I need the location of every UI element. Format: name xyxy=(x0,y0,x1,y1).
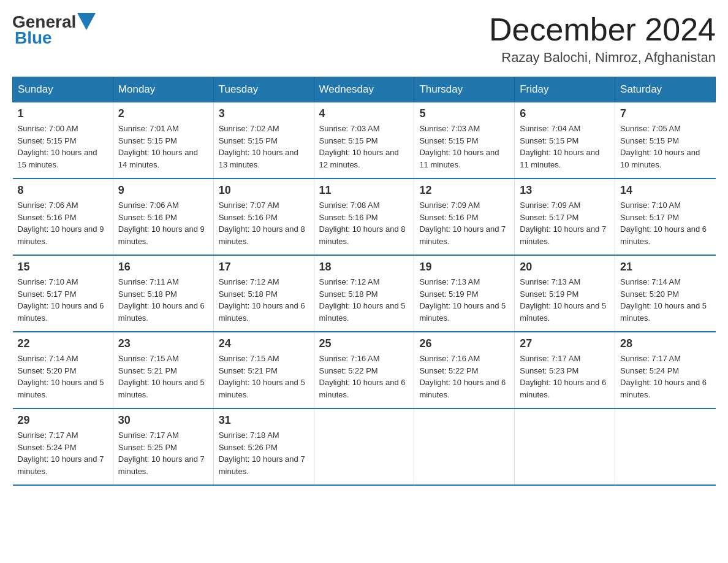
weekday-header-saturday: Saturday xyxy=(615,77,716,102)
table-row xyxy=(515,408,615,485)
table-row: 9 Sunrise: 7:06 AMSunset: 5:16 PMDayligh… xyxy=(113,178,213,255)
day-number: 16 xyxy=(118,261,208,274)
table-row: 6 Sunrise: 7:04 AMSunset: 5:15 PMDayligh… xyxy=(515,102,615,179)
day-number: 30 xyxy=(118,414,208,427)
day-info: Sunrise: 7:03 AMSunset: 5:15 PMDaylight:… xyxy=(419,123,509,170)
day-info: Sunrise: 7:15 AMSunset: 5:21 PMDaylight:… xyxy=(219,353,309,400)
day-info: Sunrise: 7:07 AMSunset: 5:16 PMDaylight:… xyxy=(219,199,309,247)
table-row: 7 Sunrise: 7:05 AMSunset: 5:15 PMDayligh… xyxy=(615,102,716,179)
table-row: 4 Sunrise: 7:03 AMSunset: 5:15 PMDayligh… xyxy=(314,102,414,179)
day-number: 12 xyxy=(419,184,509,197)
day-number: 18 xyxy=(319,261,409,274)
day-number: 3 xyxy=(219,107,309,120)
weekday-header-monday: Monday xyxy=(113,77,213,102)
day-number: 25 xyxy=(319,337,409,350)
week-row-4: 22 Sunrise: 7:14 AMSunset: 5:20 PMDaylig… xyxy=(13,332,716,408)
day-info: Sunrise: 7:17 AMSunset: 5:25 PMDaylight:… xyxy=(118,429,208,477)
day-number: 21 xyxy=(620,261,710,274)
day-info: Sunrise: 7:09 AMSunset: 5:17 PMDaylight:… xyxy=(520,199,610,247)
day-number: 2 xyxy=(118,107,208,120)
day-number: 23 xyxy=(118,337,208,350)
weekday-header-friday: Friday xyxy=(515,77,615,102)
day-info: Sunrise: 7:14 AMSunset: 5:20 PMDaylight:… xyxy=(620,276,710,324)
table-row: 5 Sunrise: 7:03 AMSunset: 5:15 PMDayligh… xyxy=(414,102,515,179)
day-number: 29 xyxy=(18,414,108,427)
day-info: Sunrise: 7:13 AMSunset: 5:19 PMDaylight:… xyxy=(520,276,610,324)
table-row: 27 Sunrise: 7:17 AMSunset: 5:23 PMDaylig… xyxy=(515,332,615,408)
day-number: 9 xyxy=(118,184,208,197)
table-row: 18 Sunrise: 7:12 AMSunset: 5:18 PMDaylig… xyxy=(314,255,414,332)
month-title: December 2024 xyxy=(489,12,716,47)
day-info: Sunrise: 7:17 AMSunset: 5:24 PMDaylight:… xyxy=(18,429,108,477)
table-row: 13 Sunrise: 7:09 AMSunset: 5:17 PMDaylig… xyxy=(515,178,615,255)
day-number: 19 xyxy=(419,261,509,274)
logo-blue-text: Blue xyxy=(15,28,52,48)
day-info: Sunrise: 7:02 AMSunset: 5:15 PMDaylight:… xyxy=(219,123,309,170)
day-number: 22 xyxy=(18,337,108,350)
day-number: 10 xyxy=(219,184,309,197)
day-info: Sunrise: 7:15 AMSunset: 5:21 PMDaylight:… xyxy=(118,353,208,400)
day-info: Sunrise: 7:16 AMSunset: 5:22 PMDaylight:… xyxy=(419,353,509,400)
day-info: Sunrise: 7:12 AMSunset: 5:18 PMDaylight:… xyxy=(319,276,409,324)
table-row: 12 Sunrise: 7:09 AMSunset: 5:16 PMDaylig… xyxy=(414,178,515,255)
day-number: 28 xyxy=(620,337,710,350)
day-info: Sunrise: 7:11 AMSunset: 5:18 PMDaylight:… xyxy=(118,276,208,324)
logo-icon xyxy=(77,13,96,31)
weekday-header-tuesday: Tuesday xyxy=(213,77,314,102)
table-row: 21 Sunrise: 7:14 AMSunset: 5:20 PMDaylig… xyxy=(615,255,716,332)
day-number: 27 xyxy=(520,337,610,350)
table-row: 26 Sunrise: 7:16 AMSunset: 5:22 PMDaylig… xyxy=(414,332,515,408)
day-info: Sunrise: 7:03 AMSunset: 5:15 PMDaylight:… xyxy=(319,123,409,170)
table-row: 31 Sunrise: 7:18 AMSunset: 5:26 PMDaylig… xyxy=(213,408,314,485)
day-info: Sunrise: 7:04 AMSunset: 5:15 PMDaylight:… xyxy=(520,123,610,170)
day-number: 31 xyxy=(219,414,309,427)
table-row: 10 Sunrise: 7:07 AMSunset: 5:16 PMDaylig… xyxy=(213,178,314,255)
weekday-header-sunday: Sunday xyxy=(13,77,113,102)
day-number: 8 xyxy=(18,184,108,197)
table-row xyxy=(314,408,414,485)
table-row: 2 Sunrise: 7:01 AMSunset: 5:15 PMDayligh… xyxy=(113,102,213,179)
table-row: 29 Sunrise: 7:17 AMSunset: 5:24 PMDaylig… xyxy=(13,408,113,485)
day-info: Sunrise: 7:17 AMSunset: 5:23 PMDaylight:… xyxy=(520,353,610,400)
table-row: 1 Sunrise: 7:00 AMSunset: 5:15 PMDayligh… xyxy=(13,102,113,179)
day-info: Sunrise: 7:10 AMSunset: 5:17 PMDaylight:… xyxy=(620,199,710,247)
calendar-table: SundayMondayTuesdayWednesdayThursdayFrid… xyxy=(12,77,716,486)
day-info: Sunrise: 7:01 AMSunset: 5:15 PMDaylight:… xyxy=(118,123,208,170)
day-info: Sunrise: 7:09 AMSunset: 5:16 PMDaylight:… xyxy=(419,199,509,247)
day-number: 7 xyxy=(620,107,710,120)
day-number: 14 xyxy=(620,184,710,197)
day-number: 24 xyxy=(219,337,309,350)
table-row: 24 Sunrise: 7:15 AMSunset: 5:21 PMDaylig… xyxy=(213,332,314,408)
table-row: 30 Sunrise: 7:17 AMSunset: 5:25 PMDaylig… xyxy=(113,408,213,485)
day-info: Sunrise: 7:16 AMSunset: 5:22 PMDaylight:… xyxy=(319,353,409,400)
location-title: Razay Balochi, Nimroz, Afghanistan xyxy=(489,50,716,66)
week-row-1: 1 Sunrise: 7:00 AMSunset: 5:15 PMDayligh… xyxy=(13,102,716,179)
week-row-2: 8 Sunrise: 7:06 AMSunset: 5:16 PMDayligh… xyxy=(13,178,716,255)
day-number: 1 xyxy=(18,107,108,120)
title-section: December 2024 Razay Balochi, Nimroz, Afg… xyxy=(489,12,716,66)
day-number: 15 xyxy=(18,261,108,274)
table-row: 15 Sunrise: 7:10 AMSunset: 5:17 PMDaylig… xyxy=(13,255,113,332)
day-number: 5 xyxy=(419,107,509,120)
week-row-3: 15 Sunrise: 7:10 AMSunset: 5:17 PMDaylig… xyxy=(13,255,716,332)
day-info: Sunrise: 7:05 AMSunset: 5:15 PMDaylight:… xyxy=(620,123,710,170)
day-number: 26 xyxy=(419,337,509,350)
table-row: 3 Sunrise: 7:02 AMSunset: 5:15 PMDayligh… xyxy=(213,102,314,179)
day-info: Sunrise: 7:08 AMSunset: 5:16 PMDaylight:… xyxy=(319,199,409,247)
table-row: 28 Sunrise: 7:17 AMSunset: 5:24 PMDaylig… xyxy=(615,332,716,408)
weekday-header-row: SundayMondayTuesdayWednesdayThursdayFrid… xyxy=(13,77,716,102)
weekday-header-wednesday: Wednesday xyxy=(314,77,414,102)
week-row-5: 29 Sunrise: 7:17 AMSunset: 5:24 PMDaylig… xyxy=(13,408,716,485)
table-row xyxy=(414,408,515,485)
day-info: Sunrise: 7:12 AMSunset: 5:18 PMDaylight:… xyxy=(219,276,309,324)
day-info: Sunrise: 7:00 AMSunset: 5:15 PMDaylight:… xyxy=(18,123,108,170)
table-row xyxy=(615,408,716,485)
table-row: 22 Sunrise: 7:14 AMSunset: 5:20 PMDaylig… xyxy=(13,332,113,408)
day-info: Sunrise: 7:06 AMSunset: 5:16 PMDaylight:… xyxy=(18,199,108,247)
table-row: 8 Sunrise: 7:06 AMSunset: 5:16 PMDayligh… xyxy=(13,178,113,255)
day-info: Sunrise: 7:18 AMSunset: 5:26 PMDaylight:… xyxy=(219,429,309,477)
table-row: 14 Sunrise: 7:10 AMSunset: 5:17 PMDaylig… xyxy=(615,178,716,255)
table-row: 19 Sunrise: 7:13 AMSunset: 5:19 PMDaylig… xyxy=(414,255,515,332)
day-info: Sunrise: 7:06 AMSunset: 5:16 PMDaylight:… xyxy=(118,199,208,247)
day-number: 11 xyxy=(319,184,409,197)
